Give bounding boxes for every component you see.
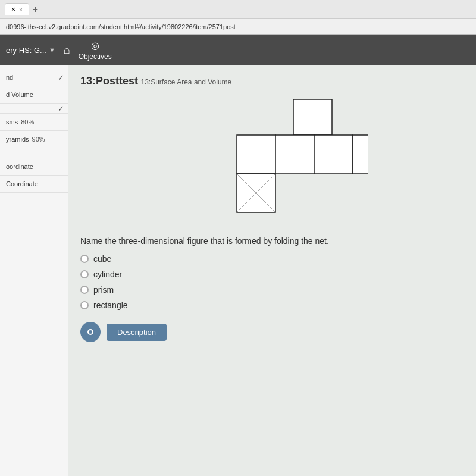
objectives-label: Objectives (79, 52, 112, 61)
sidebar-item-volume[interactable]: d Volume (0, 86, 68, 104)
svg-rect-3 (314, 135, 353, 174)
browser-tab-bar: × × + (0, 0, 476, 19)
sidebar-item-badge: 80% (21, 118, 34, 126)
sidebar-item-label: nd (6, 74, 13, 81)
sidebar-item-label: Coordinate (6, 180, 38, 187)
question-text: Name the three-dimensional figure that i… (80, 236, 464, 246)
dropdown-arrow-icon: ▼ (49, 46, 55, 54)
sidebar: nd d Volume sms 80% yramids 90% oordinat… (0, 65, 68, 476)
option-label-rectangle: rectangle (93, 300, 128, 310)
options-list: cube cylinder prism rectangle (80, 254, 464, 310)
sidebar-item-blank[interactable] (0, 148, 68, 158)
url-text: d0996-lths-ccl.v2.gradpoint.com/student.… (6, 23, 236, 30)
inner-circle-icon (87, 329, 93, 335)
objectives-circle-icon: ◎ (91, 40, 99, 51)
tab-label: × (11, 5, 15, 14)
sidebar-item-nd[interactable]: nd (0, 69, 68, 86)
posttest-title: 13:Posttest (80, 75, 138, 87)
option-cylinder[interactable]: cylinder (80, 270, 464, 279)
option-label-prism: prism (93, 285, 114, 295)
option-label-cube: cube (93, 254, 111, 264)
browser-tab[interactable]: × × (5, 3, 29, 15)
sidebar-item-coordinate2[interactable]: Coordinate (0, 176, 68, 193)
svg-rect-4 (353, 135, 368, 174)
bottom-row: Description (80, 322, 464, 342)
svg-rect-2 (275, 135, 314, 174)
sidebar-item-label: oordinate (6, 163, 33, 170)
content-area: 13:Posttest 13:Surface Area and Volume N… (68, 65, 476, 476)
option-label-cylinder: cylinder (93, 270, 122, 279)
sidebar-item-label: yramids (6, 136, 29, 143)
objectives-nav[interactable]: ◎ Objectives (79, 40, 112, 61)
sidebar-item-badge: 90% (32, 136, 45, 143)
radio-rectangle[interactable] (80, 301, 89, 309)
radio-prism[interactable] (80, 286, 89, 294)
description-button[interactable]: Description (107, 324, 167, 341)
sidebar-item-label: d Volume (6, 91, 33, 98)
svg-rect-0 (293, 99, 332, 135)
home-icon[interactable]: ⌂ (64, 44, 70, 57)
sidebar-item-prisms[interactable]: sms 80% (0, 114, 68, 131)
sidebar-item-pyramids[interactable]: yramids 90% (0, 131, 68, 148)
svg-rect-1 (237, 135, 275, 174)
tab-close-icon[interactable]: × (19, 7, 23, 13)
radio-cube[interactable] (80, 255, 89, 263)
sidebar-item-label: sms (6, 118, 18, 126)
sidebar-item-coordinate1[interactable]: oordinate (0, 158, 68, 176)
posttest-header: 13:Posttest 13:Surface Area and Volume (80, 75, 464, 87)
option-prism[interactable]: prism (80, 285, 464, 295)
new-tab-button[interactable]: + (33, 4, 38, 15)
school-name[interactable]: ery HS: G... ▼ (6, 46, 55, 55)
sidebar-item-check2[interactable] (0, 104, 68, 114)
net-diagram-svg (177, 93, 368, 224)
posttest-subtitle: 13:Surface Area and Volume (140, 78, 231, 86)
net-diagram-container (177, 93, 368, 224)
url-bar[interactable]: d0996-lths-ccl.v2.gradpoint.com/student.… (0, 19, 476, 35)
option-rectangle[interactable]: rectangle (80, 300, 464, 310)
option-cube[interactable]: cube (80, 254, 464, 264)
info-circle-button[interactable] (80, 322, 101, 342)
radio-cylinder[interactable] (80, 270, 89, 278)
nav-bar: ery HS: G... ▼ ⌂ ◎ Objectives (0, 35, 476, 65)
main-layout: nd d Volume sms 80% yramids 90% oordinat… (0, 65, 476, 476)
school-name-label: ery HS: G... (6, 46, 46, 55)
